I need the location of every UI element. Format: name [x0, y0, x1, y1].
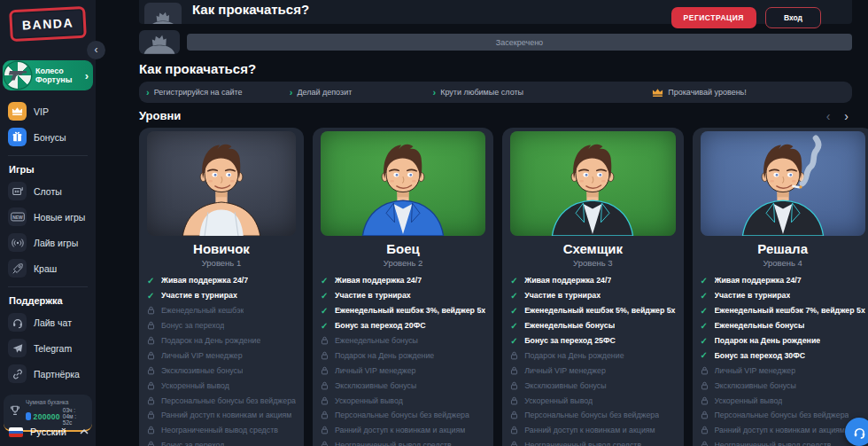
feature-row: Ускоренный вывод [147, 378, 296, 393]
check-icon: ✓ [510, 321, 519, 331]
feature-row: ✓Еженедельный кешбэк 3%, вейджер 5x [321, 303, 485, 318]
level-subtitle: Уровень 2 [321, 258, 485, 268]
feature-label: Живая поддержка 24/7 [161, 276, 248, 285]
tournament-title: Чумная буханка [26, 399, 87, 405]
chevron-right-icon[interactable]: › [844, 110, 849, 122]
feature-label: Неограниченный вывод средств [161, 426, 278, 434]
lock-icon [510, 381, 519, 390]
sidebar: BANDA ‹ Колесо Фортуны › VIP Бонусы Игры… [0, 0, 96, 446]
language-selector[interactable]: Русский [9, 426, 89, 437]
new-badge-icon: NEW [8, 207, 27, 226]
check-icon: ✓ [701, 336, 709, 346]
sidebar-item-telegram[interactable]: Telegram [0, 336, 96, 360]
feature-label: Еженедельный кешбэк [161, 306, 244, 315]
feature-label: Ускоренный вывод [335, 396, 403, 405]
lock-icon [147, 321, 156, 330]
register-button[interactable]: РЕГИСТРАЦИЯ [671, 7, 756, 28]
feature-row: Эксклюзивные бонусы [321, 378, 485, 393]
sidebar-item-live-games[interactable]: Лайв игры [0, 231, 96, 254]
chevron-up-icon [80, 429, 89, 434]
gift-icon [8, 128, 27, 146]
feature-label: Живая поддержка 24/7 [715, 276, 802, 285]
check-icon: ✓ [321, 321, 329, 331]
check-icon: ✓ [701, 291, 709, 301]
sidebar-collapse-button[interactable]: ‹ [87, 41, 105, 59]
lock-icon [147, 426, 156, 434]
revolver-icon [7, 67, 28, 82]
feature-row: Эксклюзивные бонусы [701, 378, 865, 393]
sidebar-item-slots[interactable]: Слоты [0, 179, 96, 203]
chevron-left-icon[interactable]: ‹ [826, 110, 831, 122]
lock-icon [147, 381, 156, 390]
feature-row: Личный VIP менеджер [701, 363, 865, 378]
promo-step: ›Крути любимые слоты [432, 87, 576, 98]
feature-row: Личный VIP менеджер [321, 363, 485, 378]
divider [8, 155, 88, 156]
feature-row: Неограниченный вывод средств [701, 438, 865, 446]
feature-row: Ускоренный вывод [510, 393, 675, 408]
chevron-right-icon: › [85, 69, 89, 82]
check-icon: ✓ [701, 306, 709, 316]
lock-icon [701, 366, 709, 375]
lock-icon [147, 366, 156, 375]
promo-step: Прокачивай уровень! [576, 88, 845, 98]
feature-label: Ускоренный вывод [161, 381, 229, 390]
main-content: РЕГИСТРАЦИЯ Вход Как прокачаться? Засекр… [139, 0, 852, 446]
login-button[interactable]: Вход [765, 7, 821, 28]
feature-row: ✓Бонус за переход 30ФС [701, 348, 865, 363]
feature-label: Ранний доступ к новинкам и акциям [524, 426, 655, 434]
feature-row: ✓Живая поддержка 24/7 [701, 273, 865, 288]
sidebar-item-label: Краш [34, 263, 57, 274]
sidebar-item-affiliate[interactable]: Партнёрка [0, 362, 96, 386]
feature-row: ✓Бонус за переход 25ФС [510, 333, 675, 348]
feature-label: Еженедельный кешбэк 7%, вейджер 5x [715, 306, 865, 315]
level-features: ✓Живая поддержка 24/7✓Участие в турнирах… [701, 273, 865, 446]
feature-label: Ранний доступ к новинкам и акциям [161, 411, 291, 419]
tournament-info: Чумная буханка 200000 03ч : 04м : 52с [26, 399, 87, 426]
lock-icon [510, 441, 519, 446]
tournament-prize: 200000 [34, 412, 60, 421]
lock-icon [147, 351, 156, 360]
feature-row: Личный VIP менеджер [147, 348, 296, 363]
feature-label: Ускоренный вывод [715, 396, 783, 405]
lock-icon [701, 426, 709, 434]
feature-row: ✓Еженедельные бонусы [510, 318, 675, 333]
promo-title: Как прокачаться? [139, 61, 852, 76]
wheel-of-fortune-button[interactable]: Колесо Фортуны › [3, 60, 93, 90]
wheel-of-fortune-label: Колесо Фортуны [31, 67, 85, 85]
lock-icon [147, 441, 156, 446]
feature-label: Еженедельные бонусы [524, 321, 615, 330]
sidebar-item-bonuses[interactable]: Бонусы [0, 125, 96, 149]
sidebar-item-new-games[interactable]: NEW Новые игры [0, 205, 96, 229]
sidebar-item-crash[interactable]: Краш [0, 256, 96, 280]
lock-icon [321, 396, 329, 405]
feature-label: Подарок на День рождение [335, 351, 434, 360]
feature-row: Эксклюзивные бонусы [147, 363, 296, 378]
sidebar-item-live-chat[interactable]: Лайв чат [0, 310, 96, 334]
promo-step-label: Крути любимые слоты [440, 88, 523, 97]
lock-icon [147, 411, 156, 419]
lock-icon [701, 441, 709, 446]
feature-label: Участие в турнирах [715, 291, 791, 300]
lock-icon [510, 366, 519, 375]
feature-row: Ускоренный вывод [701, 393, 865, 408]
levels-section: Уровни ‹ › Новичок Уровень 1 ✓Живая подд… [139, 109, 852, 446]
sidebar-nav-games: Слоты NEW Новые игры Лайв игры Краш [0, 179, 96, 280]
lock-icon [510, 426, 519, 434]
feature-row: Ускоренный вывод [321, 393, 485, 408]
feature-row: ✓Еженедельный кешбэк 5%, вейджер 5x [510, 303, 675, 318]
link-icon [8, 364, 27, 383]
headset-icon [852, 425, 867, 440]
brand-logo[interactable]: BANDA [9, 6, 87, 42]
live-chat-bubble[interactable] [845, 418, 868, 446]
chevron-right-icon: › [290, 87, 293, 98]
russia-flag-icon [9, 427, 23, 437]
feature-row: Персональные бонусы без вейджера [510, 408, 675, 423]
level-subtitle: Уровень 4 [701, 258, 865, 268]
promo-step: ›Регистрируйся на сайте [146, 87, 290, 98]
feature-row: ✓Живая поддержка 24/7 [321, 273, 485, 288]
sidebar-item-vip[interactable]: VIP [0, 99, 96, 123]
character-avatar [725, 135, 841, 236]
levels-title: Уровни [139, 109, 181, 122]
feature-row: Неограниченный вывод средств [147, 423, 296, 438]
